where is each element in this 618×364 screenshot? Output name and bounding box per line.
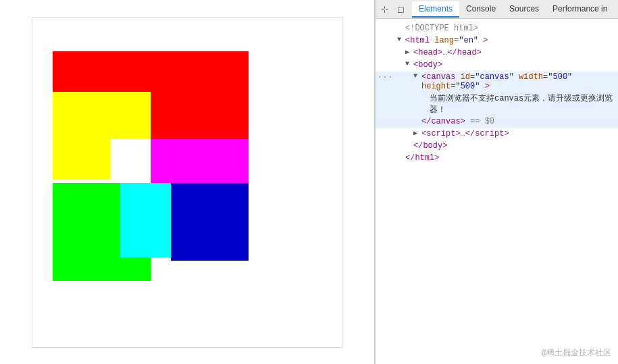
block-magenta [151, 139, 249, 190]
html-close-tag: </html> [405, 153, 618, 163]
dom-line-canvas-text: 当前浏览器不支持canvas元素，请升级或更换浏览器！ [376, 92, 618, 116]
dom-line-body-close: </body> [376, 140, 618, 153]
body-close-tag: </body> [413, 141, 618, 151]
dom-line-canvas-close: </canvas> == $0 [376, 116, 618, 128]
dom-line-script: <script>…</script> [376, 128, 618, 140]
colored-blocks [53, 51, 255, 261]
triangle-body[interactable] [405, 60, 413, 68]
html-open-tag: <html lang="en" > [405, 36, 618, 45]
block-blue [171, 183, 249, 261]
dots-btn-canvas[interactable]: ··· [376, 72, 394, 82]
watermark: @稀土掘金技术社区 [542, 347, 611, 359]
dom-line-doctype: <!DOCTYPE html> [376, 23, 618, 35]
script-tag: <script>…</script> [421, 129, 618, 138]
cursor-icon[interactable]: ⊹ [378, 3, 390, 16]
block-cyan [120, 183, 178, 257]
browser-viewport [0, 0, 375, 364]
devtools-panel: ⊹ ◻ Elements Console Sources Performance… [375, 0, 618, 364]
tab-sources[interactable]: Sources [503, 1, 546, 18]
dom-line-head: <head>…</head> [376, 47, 618, 59]
doctype-text: <!DOCTYPE html> [405, 24, 618, 33]
canvas-close-tag: </canvas> == $0 [421, 117, 618, 126]
dom-line-html-open: <html lang="en" > [376, 35, 618, 47]
tab-icons: ⊹ ◻ [378, 3, 407, 16]
canvas-text-node: 当前浏览器不支持canvas元素，请升级或更换浏览器！ [430, 93, 618, 115]
canvas-area [32, 17, 342, 348]
body-open-tag: <body> [413, 60, 618, 70]
triangle-script[interactable] [413, 129, 421, 137]
dom-line-canvas-open[interactable]: ··· <canvas id="canvas" width="500" heig… [376, 72, 618, 92]
triangle-head[interactable] [405, 48, 413, 56]
devtools-dom-tree: <!DOCTYPE html> <html lang="en" > [376, 19, 618, 364]
dom-line-body-open: <body> [376, 59, 618, 72]
dom-line-html-close: </html> [376, 153, 618, 165]
tab-console[interactable]: Console [459, 1, 503, 18]
head-tag: <head>…</head> [413, 48, 618, 57]
inspect-icon[interactable]: ◻ [394, 3, 407, 16]
triangle-canvas[interactable] [413, 72, 421, 80]
canvas-open-tag: <canvas id="canvas" width="500" height="… [421, 72, 618, 91]
tab-performance[interactable]: Performance in [546, 1, 614, 18]
tab-elements[interactable]: Elements [412, 1, 459, 18]
devtools-tab-bar: ⊹ ◻ Elements Console Sources Performance… [376, 0, 618, 19]
triangle-html[interactable] [397, 36, 405, 43]
